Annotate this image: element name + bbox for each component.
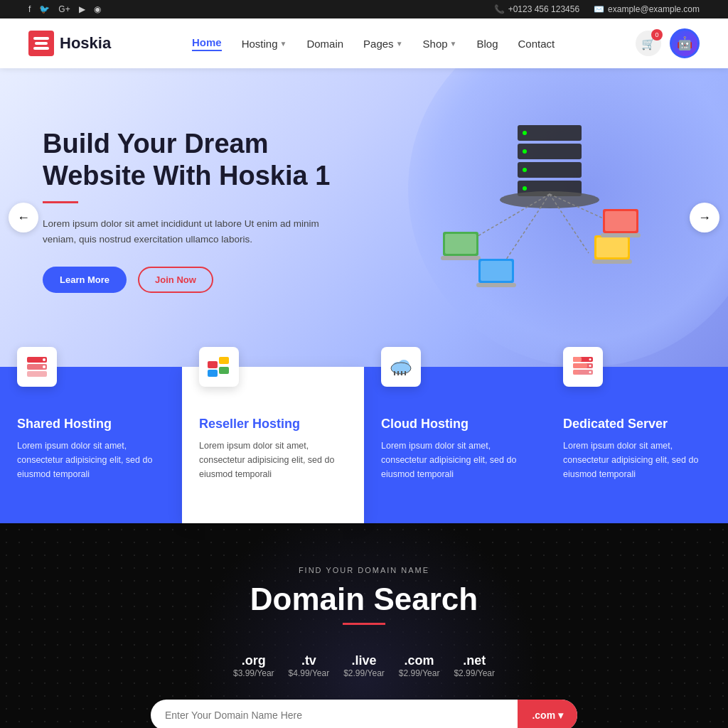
svg-rect-37 — [394, 371, 395, 375]
dedicated-server-content: Dedicated Server Lorem ipsum dolor sit a… — [563, 417, 711, 481]
instagram-icon[interactable]: ◉ — [94, 4, 101, 14]
logo-icon — [28, 31, 54, 56]
nav-home[interactable]: Home — [192, 36, 222, 51]
server-stack-icon — [24, 354, 50, 380]
domain-underline — [343, 623, 385, 625]
join-now-button[interactable]: Join Now — [138, 267, 213, 293]
tld-org-name: .org — [233, 653, 274, 668]
domain-extension-select[interactable]: .com ▾ — [518, 700, 577, 728]
dedicated-server-title: Dedicated Server — [563, 417, 711, 432]
svg-rect-0 — [518, 125, 582, 141]
hero-next-button[interactable]: → — [690, 203, 719, 232]
svg-rect-32 — [219, 367, 229, 374]
service-reseller-hosting: Reseller Hosting Lorem ipsum dolor sit a… — [182, 367, 364, 523]
svg-rect-14 — [445, 234, 476, 254]
services-grid: Shared Hosting Lorem ipsum dolor sit ame… — [0, 367, 728, 523]
shared-hosting-icon — [17, 347, 57, 387]
domain-extension-label: .com ▾ — [532, 710, 563, 721]
svg-rect-43 — [573, 357, 582, 362]
tld-net-price: $2.99/Year — [454, 668, 495, 678]
reseller-hosting-icon-wrap — [199, 347, 239, 387]
svg-rect-45 — [573, 363, 587, 368]
svg-rect-47 — [573, 370, 579, 375]
header: Hoskia Home Hosting ▼ Domain Pages ▼ Sho… — [0, 18, 728, 68]
reseller-hosting-desc: Lorem ipsum dolor sit amet, consectetur … — [199, 439, 347, 481]
tld-org-price: $3.99/Year — [233, 668, 274, 678]
tld-live-price: $2.99/Year — [343, 668, 385, 678]
reseller-hosting-icon — [199, 347, 239, 387]
email-address: example@example.com — [608, 4, 700, 14]
svg-point-28 — [43, 358, 46, 361]
facebook-icon[interactable]: f — [28, 4, 31, 14]
nav-shop[interactable]: Shop ▼ — [423, 38, 457, 50]
svg-rect-4 — [518, 162, 582, 178]
domain-search-input[interactable] — [151, 700, 518, 728]
reseller-icon — [206, 354, 232, 380]
cloud-hosting-icon — [381, 347, 421, 387]
tld-com-name: .com — [399, 653, 440, 668]
svg-point-1 — [523, 131, 527, 135]
cloud-hosting-title: Cloud Hosting — [381, 417, 529, 432]
svg-point-3 — [523, 149, 527, 154]
topbar: f 🐦 G+ ▶ ◉ 📞 +0123 456 123456 ✉️ example… — [0, 0, 728, 18]
nav-pages[interactable]: Pages ▼ — [363, 38, 402, 50]
learn-more-button[interactable]: Learn More — [43, 267, 127, 293]
cart-button[interactable]: 🛒 0 — [636, 31, 661, 56]
nav-hosting[interactable]: Hosting ▼ — [242, 38, 287, 50]
domain-section: FIND YOUR DOMAIN NAME Domain Search .org… — [0, 523, 728, 728]
svg-rect-27 — [27, 371, 47, 377]
svg-point-8 — [500, 191, 599, 208]
shared-hosting-content: Shared Hosting Lorem ipsum dolor sit ame… — [17, 417, 165, 481]
hero-title: Build Your Dream Website With Hoskia 1 — [43, 128, 364, 193]
shop-arrow: ▼ — [450, 40, 457, 48]
nav-domain[interactable]: Domain — [306, 38, 343, 50]
hero-prev-button[interactable]: ← — [9, 203, 38, 232]
tld-org: .org $3.99/Year — [233, 653, 274, 678]
tld-live-name: .live — [343, 653, 385, 668]
nav-blog[interactable]: Blog — [476, 38, 498, 50]
service-shared-hosting: Shared Hosting Lorem ipsum dolor sit ame… — [0, 367, 182, 523]
main-nav: Home Hosting ▼ Domain Pages ▼ Shop ▼ Blo… — [192, 36, 555, 51]
tld-net: .net $2.99/Year — [454, 653, 495, 678]
twitter-icon[interactable]: 🐦 — [39, 4, 50, 14]
youtube-icon[interactable]: ▶ — [79, 4, 85, 14]
avatar-icon: 🤖 — [677, 36, 692, 51]
domain-search-bar: .com ▾ — [151, 700, 577, 728]
nav-contact[interactable]: Contact — [518, 38, 555, 50]
shared-hosting-icon-wrap — [17, 347, 57, 387]
shared-hosting-title: Shared Hosting — [17, 417, 165, 432]
services-container: Shared Hosting Lorem ipsum dolor sit ame… — [0, 367, 728, 523]
googleplus-icon[interactable]: G+ — [58, 4, 70, 14]
domain-bg-glow — [186, 523, 542, 728]
svg-rect-33 — [208, 370, 218, 377]
user-avatar[interactable]: 🤖 — [670, 28, 700, 58]
hosting-arrow: ▼ — [279, 40, 287, 48]
contact-info: 📞 +0123 456 123456 ✉️ example@example.co… — [494, 4, 700, 14]
email-contact: ✉️ example@example.com — [594, 4, 700, 14]
cloud-hosting-content: Cloud Hosting Lorem ipsum dolor sit amet… — [381, 417, 529, 481]
svg-rect-17 — [481, 261, 512, 281]
service-cloud-hosting: Cloud Hosting Lorem ipsum dolor sit amet… — [364, 367, 546, 523]
svg-rect-21 — [592, 259, 632, 264]
cloud-icon — [388, 354, 414, 380]
cloud-hosting-icon-wrap — [381, 347, 421, 387]
email-icon: ✉️ — [594, 4, 604, 14]
hero-description: Lorem ipsum dolor sit amet incididunt ut… — [43, 216, 341, 247]
hero-underline — [43, 201, 78, 203]
svg-rect-38 — [397, 371, 399, 375]
tld-tv-name: .tv — [289, 653, 330, 668]
svg-point-36 — [398, 360, 410, 371]
logo[interactable]: Hoskia — [28, 31, 111, 56]
svg-rect-31 — [219, 357, 229, 364]
svg-point-7 — [523, 186, 527, 191]
domain-title: Domain Search — [28, 582, 700, 617]
tld-com-price: $2.99/Year — [399, 668, 440, 678]
svg-rect-18 — [476, 283, 516, 287]
svg-rect-20 — [596, 237, 628, 257]
reseller-hosting-content: Reseller Hosting Lorem ipsum dolor sit a… — [199, 417, 347, 481]
cloud-hosting-desc: Lorem ipsum dolor sit amet, consectetur … — [381, 439, 529, 481]
svg-rect-30 — [208, 361, 218, 368]
dedicated-server-desc: Lorem ipsum dolor sit amet, consectetur … — [563, 439, 711, 481]
tld-tv-price: $4.99/Year — [289, 668, 330, 678]
svg-rect-2 — [518, 144, 582, 159]
